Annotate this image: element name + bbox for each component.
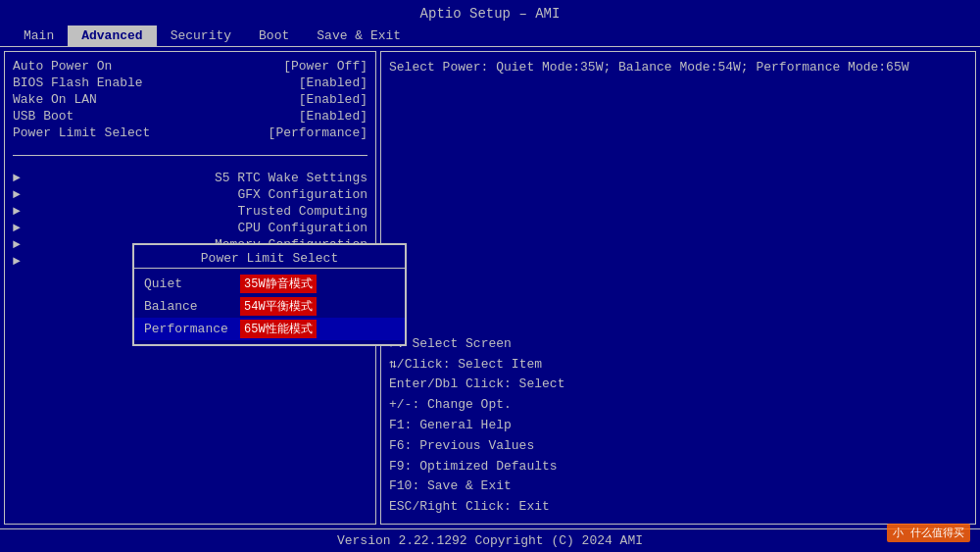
tab-save-exit[interactable]: Save & Exit: [303, 25, 415, 46]
tab-advanced[interactable]: Advanced: [68, 25, 156, 46]
menu-item-auto-power[interactable]: Auto Power On [Power Off]: [13, 58, 368, 75]
dropdown-item-quiet[interactable]: Quiet 35W静音模式: [134, 273, 405, 295]
help-text-content: Select Power: Quiet Mode:35W; Balance Mo…: [389, 60, 909, 75]
arrow-icon: ►: [13, 171, 21, 185]
dropdown-item-badge-quiet: 35W静音模式: [240, 275, 317, 293]
menu-item-bios-flash[interactable]: BIOS Flash Enable [Enabled]: [13, 75, 368, 91]
hotkey-enter: Enter/Dbl Click: Select: [389, 375, 967, 395]
watermark-text: 小 什么值得买: [893, 527, 964, 539]
hotkey-select-screen: ⇄: Select Screen: [389, 334, 967, 355]
arrow-icon: ►: [13, 237, 21, 252]
arrow-icon: ►: [13, 221, 21, 235]
hotkey-esc: ESC/Right Click: Exit: [389, 497, 967, 518]
menu-item-power-limit[interactable]: Power Limit Select [Performance]: [13, 125, 368, 141]
tab-security[interactable]: Security: [157, 25, 245, 46]
version-text: Version 2.22.1292 Copyright (C) 2024 AMI: [337, 533, 643, 548]
submenu-label-cpu: CPU Configuration: [237, 221, 368, 235]
submenu-label-s5-rtc: S5 RTC Wake Settings: [215, 171, 368, 185]
dropdown-item-balance[interactable]: Balance 54W平衡模式: [134, 295, 405, 318]
submenu-s5-rtc[interactable]: ► S5 RTC Wake Settings: [13, 170, 368, 186]
menu-label-usb-boot: USB Boot: [13, 109, 209, 124]
arrow-icon: ►: [13, 204, 21, 219]
status-bar: Version 2.22.1292 Copyright (C) 2024 AMI: [0, 528, 980, 552]
dropdown-item-label-quiet: Quiet: [144, 276, 232, 291]
main-content: Auto Power On [Power Off] BIOS Flash Ena…: [0, 47, 980, 528]
dropdown-item-label-performance: Performance: [144, 322, 232, 336]
watermark: 小 什么值得买: [887, 524, 970, 542]
arrow-icon: ►: [13, 187, 21, 202]
submenu-label-gfx: GFX Configuration: [237, 187, 368, 202]
bios-screen: Aptio Setup – AMI Main Advanced Security…: [0, 0, 980, 552]
menu-value-power-limit: [Performance]: [269, 125, 368, 140]
right-panel: Select Power: Quiet Mode:35W; Balance Mo…: [380, 51, 976, 525]
menu-item-wake-lan[interactable]: Wake On LAN [Enabled]: [13, 91, 368, 108]
dropdown-item-badge-performance: 65W性能模式: [240, 320, 317, 338]
menu-item-usb-boot[interactable]: USB Boot [Enabled]: [13, 108, 368, 125]
submenu-gfx[interactable]: ► GFX Configuration: [13, 186, 368, 203]
hotkey-f9: F9: Optimized Defaults: [389, 457, 967, 477]
submenu-label-trusted: Trusted Computing: [237, 204, 368, 219]
hotkey-select-item: ⇅/Click: Select Item: [389, 355, 967, 376]
menu-label-power-limit: Power Limit Select: [13, 125, 209, 140]
menu-value-auto-power: [Power Off]: [283, 59, 368, 74]
hotkey-change-opt: +/-: Change Opt.: [389, 395, 967, 416]
menu-label-bios-flash: BIOS Flash Enable: [13, 75, 209, 90]
menu-value-bios-flash: [Enabled]: [299, 75, 368, 90]
hotkey-f1: F1: General Help: [389, 416, 967, 436]
hotkey-f10: F10: Save & Exit: [389, 477, 967, 497]
menu-label-wake-lan: Wake On LAN: [13, 92, 209, 107]
menu-label-auto-power: Auto Power On: [13, 59, 209, 74]
left-panel: Auto Power On [Power Off] BIOS Flash Ena…: [4, 51, 376, 525]
menu-value-usb-boot: [Enabled]: [299, 109, 368, 124]
dropdown-item-label-balance: Balance: [144, 299, 232, 314]
nav-tabs: Main Advanced Security Boot Save & Exit: [0, 25, 980, 47]
menu-value-wake-lan: [Enabled]: [299, 92, 368, 107]
hotkeys-list: ⇄: Select Screen ⇅/Click: Select Item En…: [389, 334, 967, 518]
power-limit-dropdown: Power Limit Select Quiet 35W静音模式 Balance…: [132, 243, 407, 346]
tab-boot[interactable]: Boot: [245, 25, 303, 46]
dropdown-title: Power Limit Select: [134, 249, 405, 269]
submenu-cpu[interactable]: ► CPU Configuration: [13, 220, 368, 236]
help-text: Select Power: Quiet Mode:35W; Balance Mo…: [389, 58, 967, 326]
app-title: Aptio Setup – AMI: [420, 6, 561, 22]
arrow-icon: ►: [13, 254, 21, 269]
title-bar: Aptio Setup – AMI: [0, 0, 980, 25]
submenu-trusted[interactable]: ► Trusted Computing: [13, 203, 368, 220]
dropdown-item-performance[interactable]: Performance 65W性能模式: [134, 318, 405, 340]
tab-main[interactable]: Main: [10, 25, 68, 46]
dropdown-item-badge-balance: 54W平衡模式: [240, 297, 317, 316]
hotkey-f6: F6: Previous Values: [389, 436, 967, 457]
